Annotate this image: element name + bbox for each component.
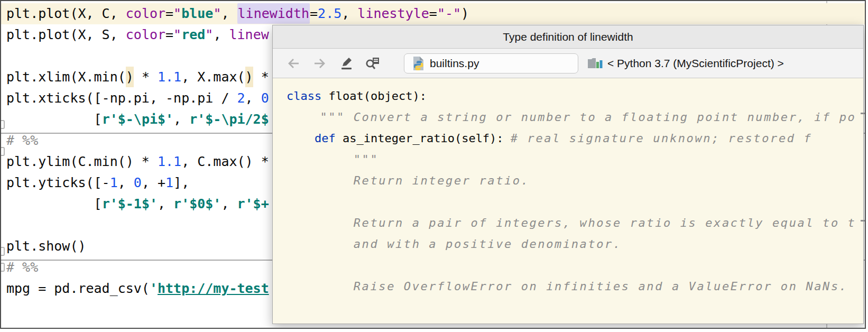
- token-text: , C.max() *: [181, 154, 269, 169]
- quick-definition-popup: Type definition of linewidth: [272, 25, 864, 324]
- token-text: [287, 132, 315, 145]
- code-line: [287, 191, 863, 213]
- token-string: r'$+: [237, 196, 269, 211]
- code-line: """ Convert a string or number to a floa…: [287, 107, 863, 128]
- token-string-quote: ": [213, 6, 221, 21]
- popup-title-text: Type definition of linewidth: [503, 31, 633, 43]
- token-text: plt.show(): [6, 238, 86, 254]
- error-stripe-mark: [861, 113, 865, 114]
- edit-source-button[interactable]: [337, 54, 355, 72]
- token-number: 2: [237, 90, 245, 106]
- token-text: ,: [213, 27, 229, 42]
- token-kwarg: color: [126, 27, 165, 42]
- token-string: ': [150, 281, 158, 296]
- forward-button[interactable]: [311, 54, 329, 72]
- code-line: def as_integer_ratio(self): # real signa…: [287, 128, 863, 149]
- token-text: ,: [221, 196, 237, 211]
- token-number: 1: [110, 175, 118, 190]
- ide-window: plt.plot(X, C, color="blue", linewidth=2…: [0, 0, 866, 329]
- token-string: blue: [181, 6, 213, 21]
- token-text: =: [429, 6, 437, 21]
- token-text: ,: [221, 6, 237, 21]
- token-text: ,: [118, 175, 134, 190]
- code-line: class float(object):: [287, 86, 863, 107]
- token-text: [: [6, 196, 102, 211]
- token-text: =: [165, 6, 173, 21]
- token-kwarg: linestyle: [357, 6, 429, 21]
- code-line: plt.plot(X, C, color="blue", linewidth=2…: [1, 3, 865, 24]
- token-text: ,: [173, 112, 189, 127]
- token-string: r'$0$': [173, 196, 221, 211]
- file-breadcrumb-label: builtins.py: [430, 57, 479, 70]
- token-number: 0: [134, 175, 142, 190]
- code-line: """: [287, 149, 863, 170]
- token-text: plt.plot(X, C,: [6, 6, 126, 21]
- token-string: r'$-\pi$': [102, 112, 173, 127]
- token-text: =: [310, 6, 318, 21]
- token-brace-match: ): [245, 67, 253, 87]
- token-number: 1.1: [158, 154, 181, 169]
- token-string: r'$-\pi/2$: [189, 112, 269, 127]
- screenshot: plt.plot(X, C, color="blue", linewidth=2…: [0, 0, 868, 332]
- sdk-selector[interactable]: < Python 3.7 (MyScientificProject) >: [587, 57, 784, 70]
- token-text: , +: [142, 175, 165, 190]
- error-stripe-mark: [861, 220, 865, 222]
- token-text: [: [6, 112, 102, 127]
- token-text: float(object):: [328, 89, 426, 103]
- back-button[interactable]: [284, 54, 302, 72]
- token-keyword: class: [287, 89, 328, 103]
- token-text: plt.ylim(C.min() *: [6, 154, 158, 169]
- code-line: and with a positive denominator.: [287, 234, 863, 255]
- edit-pencil-icon: [339, 56, 354, 71]
- token-kwarg: linew: [229, 27, 269, 42]
- token-number: 1.1: [158, 69, 181, 85]
- token-text: , X.max(: [181, 69, 245, 85]
- token-kwarg: color: [126, 6, 165, 21]
- module-sdk-icon: [587, 57, 603, 70]
- token-text: mpg = pd.read_csv(: [6, 281, 150, 296]
- file-breadcrumb-combobox[interactable]: builtins.py: [404, 53, 578, 73]
- definition-source-view[interactable]: class float(object): """ Convert a strin…: [273, 78, 863, 324]
- token-text: ,: [245, 90, 261, 106]
- token-comment: """: [287, 153, 378, 166]
- token-text: plt.plot(X, S,: [6, 27, 126, 42]
- token-text: as_integer_ratio(self):: [343, 132, 511, 145]
- token-string-quote: ": [173, 27, 181, 42]
- code-line: Return integer ratio.: [287, 170, 863, 191]
- fold-marker[interactable]: [0, 120, 5, 129]
- token-string-quote: ": [173, 6, 181, 21]
- code-line: [287, 255, 863, 276]
- token-text: ,: [158, 196, 173, 211]
- popup-toolbar: builtins.py < Python 3.7 (MyScientificPr…: [273, 49, 863, 78]
- token-comment: # real signature unknown; restored f: [511, 132, 812, 145]
- token-number: 1: [165, 175, 173, 190]
- token-comment: Return a pair of integers, whose ratio i…: [287, 216, 856, 229]
- token-comment: Return integer ratio.: [287, 174, 530, 187]
- forward-arrow-icon: [312, 57, 327, 70]
- token-string: red: [181, 27, 205, 42]
- token-comment: # %%: [6, 260, 38, 275]
- hyperlink-url[interactable]: http://my-test: [158, 281, 269, 296]
- token-number: 2.5: [318, 6, 341, 21]
- show-in-find-window-button[interactable]: [364, 54, 382, 72]
- token-text: ],: [173, 175, 189, 190]
- token-comment: and with a positive denominator.: [287, 237, 622, 251]
- popup-header[interactable]: Type definition of linewidth: [273, 25, 863, 49]
- token-text: plt.yticks([-: [6, 175, 110, 190]
- code-line: Return a pair of integers, whose ratio i…: [287, 213, 863, 234]
- fold-marker[interactable]: [0, 147, 5, 156]
- token-string-quote: "-": [437, 6, 461, 21]
- fold-marker[interactable]: [0, 263, 5, 272]
- python-file-icon: [412, 56, 425, 71]
- token-keyword: def: [315, 132, 343, 145]
- token-string-quote: ": [205, 27, 213, 42]
- token-string: r'$-1$': [102, 196, 158, 211]
- back-arrow-icon: [286, 57, 301, 70]
- token-brace-match: ): [126, 67, 134, 87]
- token-highlighted-identifier: linewidth: [237, 3, 310, 24]
- token-text: plt.xticks([-np.pi, -np.pi /: [6, 90, 237, 106]
- fold-marker[interactable]: [0, 247, 5, 256]
- token-text: *: [134, 69, 158, 85]
- token-text: ): [461, 6, 469, 21]
- token-text: =: [165, 27, 173, 42]
